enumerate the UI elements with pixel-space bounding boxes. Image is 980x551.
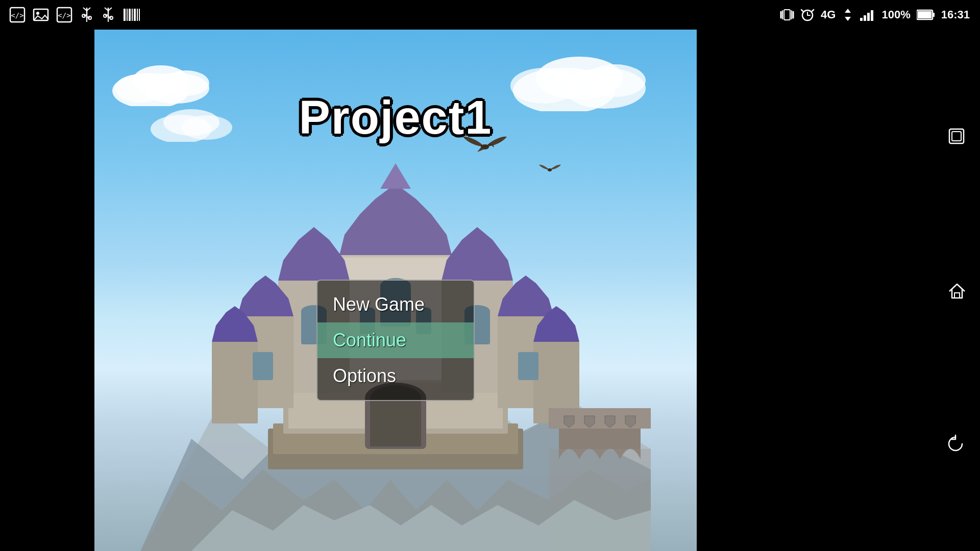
continue-button[interactable]: Continue <box>317 322 474 358</box>
home-button[interactable] <box>942 275 972 306</box>
svg-rect-22 <box>134 9 136 21</box>
cloud-3 <box>145 106 237 144</box>
svg-point-3 <box>36 12 39 15</box>
svg-rect-21 <box>132 9 133 21</box>
svg-point-118 <box>548 168 552 171</box>
svg-rect-109 <box>253 352 273 380</box>
svg-rect-25 <box>784 10 790 20</box>
svg-marker-93 <box>339 184 452 255</box>
svg-rect-20 <box>129 9 131 21</box>
svg-point-49 <box>163 70 209 96</box>
barcode-icon <box>122 7 141 23</box>
svg-rect-37 <box>867 13 870 21</box>
recent-apps-button[interactable] <box>942 121 972 152</box>
svg-rect-38 <box>871 10 873 21</box>
svg-line-34 <box>812 10 814 11</box>
code-bracket-icon: </> <box>9 7 26 23</box>
battery-icon <box>917 9 935 20</box>
image-icon <box>33 7 49 23</box>
svg-rect-101 <box>212 342 258 423</box>
clock-label: 16:31 <box>941 8 970 21</box>
game-screen: Project1 New Game Continue Options <box>94 30 697 551</box>
vibrate-icon <box>780 8 794 22</box>
game-menu: New Game Continue Options <box>316 280 475 401</box>
status-bar-left: </> </> <box>0 7 141 23</box>
svg-marker-96 <box>278 227 350 281</box>
bird-small <box>538 162 561 179</box>
network-type-label: 4G <box>821 8 836 21</box>
svg-rect-43 <box>952 132 961 141</box>
side-nav <box>934 30 980 551</box>
svg-rect-18 <box>124 9 126 21</box>
options-button[interactable]: Options <box>317 358 474 394</box>
game-title: Project1 <box>299 91 492 144</box>
usb-icon <box>80 7 94 23</box>
svg-rect-36 <box>864 15 866 21</box>
status-bar: </> </> <box>0 0 980 30</box>
svg-rect-112 <box>518 352 538 380</box>
svg-rect-40 <box>918 11 932 18</box>
back-button[interactable] <box>942 429 972 459</box>
data-arrows-icon <box>842 8 854 22</box>
usb2-icon <box>101 7 115 23</box>
svg-rect-24 <box>139 9 140 21</box>
svg-text:</>: </> <box>11 11 23 19</box>
code-icon: </> <box>56 7 72 23</box>
new-game-button[interactable]: New Game <box>317 287 474 322</box>
signal-icon <box>860 9 875 21</box>
alarm-icon <box>800 8 815 22</box>
status-bar-right: 4G 100% 16:31 <box>780 8 980 22</box>
svg-rect-41 <box>933 13 935 17</box>
svg-marker-94 <box>380 163 411 189</box>
cloud-1 <box>110 60 222 108</box>
svg-point-57 <box>163 109 219 136</box>
svg-line-33 <box>801 10 803 11</box>
svg-rect-19 <box>127 9 128 21</box>
svg-rect-35 <box>860 18 863 21</box>
svg-rect-23 <box>137 9 138 21</box>
svg-marker-98 <box>442 227 513 281</box>
cloud-2 <box>503 50 656 113</box>
svg-text:</>: </> <box>58 11 70 19</box>
svg-point-54 <box>584 64 646 97</box>
battery-percent-label: 100% <box>881 8 910 21</box>
svg-rect-44 <box>954 293 960 298</box>
